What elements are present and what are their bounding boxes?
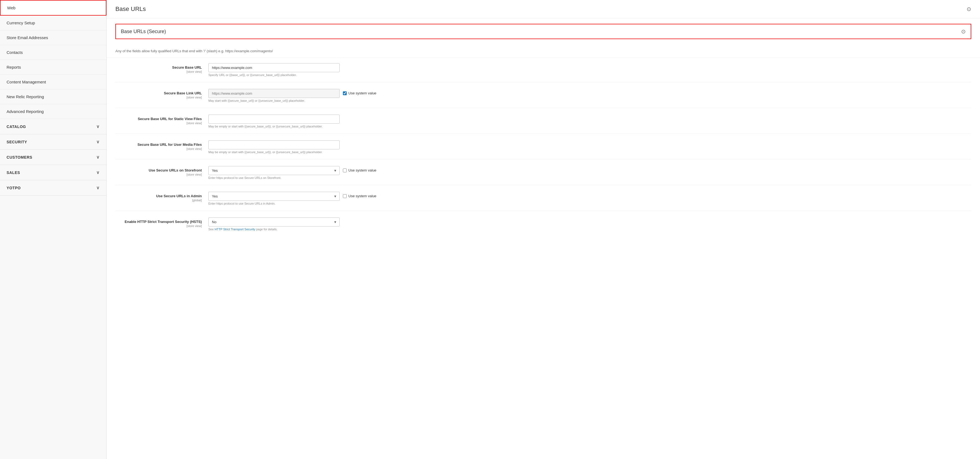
form-body: Secure Base URL [store view] Specify URL… [107,58,980,249]
chevron-down-icon: ∨ [96,185,100,190]
field-label: Enable HTTP Strict Transport Security (H… [115,220,202,224]
sidebar-section-security[interactable]: SECURITY ∨ [0,134,107,150]
form-row-secure-base-url: Secure Base URL [store view] Specify URL… [115,63,971,82]
chevron-down-icon: ∨ [96,139,100,144]
base-urls-secure-subsection: Base URLs (Secure) ⊙ [115,24,971,39]
system-value-label: Use system value [348,194,377,198]
sidebar-item-store-email-addresses[interactable]: Store Email Addresses [0,30,107,45]
field-scope: [store view] [115,121,202,125]
field-hint: May start with {{secure_base_url}} or {{… [208,99,340,102]
sidebar-section-label: SALES [6,171,20,175]
sidebar-item-label: New Relic Reporting [6,94,44,99]
field-hint: May be empty or start with {{secure_base… [208,125,340,128]
select-wrap: Yes No ▼ [208,166,340,175]
secure-base-url-input[interactable] [208,63,340,72]
field-hint: See HTTP Strict Transport Security page … [208,228,340,231]
system-value-checkbox[interactable] [343,194,347,198]
sidebar-item-label: Advanced Reporting [6,109,44,114]
field-hint: Enter https protocol to use Secure URLs … [208,202,340,205]
subsection-header: Base URLs (Secure) ⊙ [115,24,971,39]
use-secure-urls-storefront-select[interactable]: Yes No [208,166,340,175]
sidebar: Web Currency Setup Store Email Addresses… [0,0,107,459]
field-label: Secure Base URL for User Media Files [115,142,202,147]
sidebar-section-catalog[interactable]: CATALOG ∨ [0,119,107,134]
system-value-wrap: Use system value [343,89,377,95]
field-label: Secure Base URL [115,65,202,70]
base-urls-collapse-button[interactable]: ⊙ [967,6,971,12]
system-value-checkbox[interactable] [343,169,347,172]
sidebar-section-label: SECURITY [6,140,27,144]
form-row-secure-base-link-url: Secure Base Link URL [store view] May st… [115,89,971,108]
subsection-collapse-button[interactable]: ⊙ [961,28,966,35]
system-value-checkbox[interactable] [343,91,347,95]
form-row-use-secure-urls-admin: Use Secure URLs in Admin [global] Yes No… [115,192,971,211]
secure-base-url-static-input[interactable] [208,115,340,124]
sidebar-item-content-management[interactable]: Content Management [0,75,107,89]
field-hint: Specify URL or {{base_url}}, or {{unsecu… [208,73,340,76]
sidebar-item-advanced-reporting[interactable]: Advanced Reporting [0,104,107,119]
description-text: Any of the fields allow fully qualified … [107,45,980,58]
sidebar-item-currency-setup[interactable]: Currency Setup [0,16,107,30]
subsection-title: Base URLs (Secure) [121,29,166,35]
use-secure-urls-admin-select[interactable]: Yes No [208,192,340,201]
field-scope: [store view] [115,70,202,73]
sidebar-section-customers[interactable]: CUSTOMERS ∨ [0,150,107,165]
sidebar-item-reports[interactable]: Reports [0,60,107,75]
sidebar-item-label: Web [7,5,16,10]
system-value-wrap: Use system value [343,192,377,198]
sidebar-item-label: Store Email Addresses [6,35,48,40]
chevron-down-icon: ∨ [96,124,100,129]
field-scope: [store view] [115,224,202,228]
system-value-label: Use system value [348,91,377,95]
main-content: Base URLs ⊙ Base URLs (Secure) ⊙ Any of … [107,0,980,459]
sidebar-item-label: Content Management [6,80,46,84]
field-scope: [store view] [115,173,202,176]
base-urls-title: Base URLs [115,5,146,13]
sidebar-item-web[interactable]: Web [0,0,107,16]
chevron-down-icon: ∨ [96,155,100,160]
sidebar-item-contacts[interactable]: Contacts [0,45,107,60]
field-label: Secure Base Link URL [115,91,202,95]
enable-hsts-select[interactable]: Yes No [208,217,340,226]
sidebar-item-label: Contacts [6,50,23,55]
sidebar-item-new-relic-reporting[interactable]: New Relic Reporting [0,89,107,104]
secure-base-link-url-input[interactable] [208,89,340,98]
form-row-use-secure-urls-storefront: Use Secure URLs on Storefront [store vie… [115,166,971,185]
field-scope: [global] [115,199,202,202]
sidebar-item-label: Currency Setup [6,21,35,25]
sidebar-section-yotpo[interactable]: YOTPO ∨ [0,180,107,196]
select-wrap: Yes No ▼ [208,217,340,226]
select-wrap: Yes No ▼ [208,192,340,201]
sidebar-section-label: CUSTOMERS [6,155,32,159]
field-label: Use Secure URLs in Admin [115,194,202,198]
field-hint: May be empty or start with {{secure_base… [208,150,340,154]
base-urls-section-header: Base URLs ⊙ [107,0,980,18]
sidebar-section-label: YOTPO [6,186,21,190]
field-label: Secure Base URL for Static View Files [115,117,202,121]
hsts-link[interactable]: HTTP Strict Transport Security [215,228,255,231]
secure-base-url-media-input[interactable] [208,140,340,149]
sidebar-section-label: CATALOG [6,124,26,129]
form-row-secure-base-url-static: Secure Base URL for Static View Files [s… [115,115,971,134]
form-row-enable-hsts: Enable HTTP Strict Transport Security (H… [115,217,971,236]
system-value-wrap: Use system value [343,166,377,172]
field-scope: [store view] [115,147,202,150]
sidebar-item-label: Reports [6,65,21,70]
sidebar-section-sales[interactable]: SALES ∨ [0,165,107,180]
field-label: Use Secure URLs on Storefront [115,168,202,172]
field-scope: [store view] [115,96,202,99]
chevron-down-icon: ∨ [96,170,100,175]
system-value-label: Use system value [348,168,377,172]
field-hint: Enter https protocol to use Secure URLs … [208,176,340,179]
form-row-secure-base-url-media: Secure Base URL for User Media Files [st… [115,140,971,159]
